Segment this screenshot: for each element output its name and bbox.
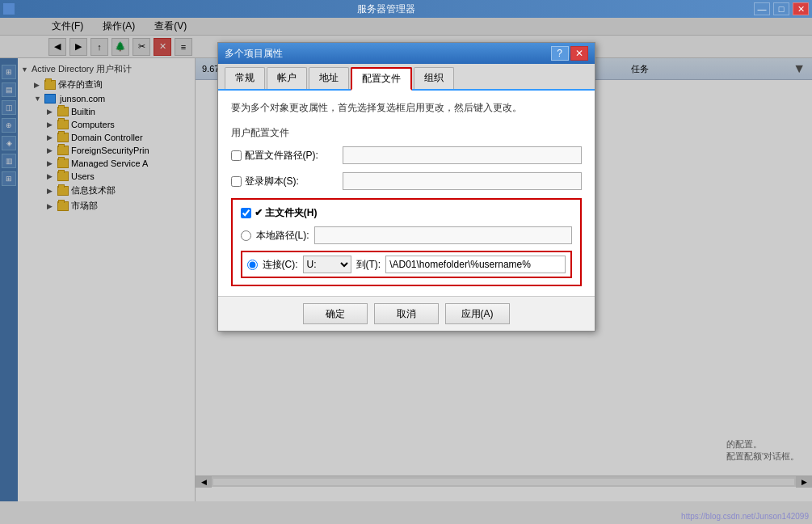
tab-bar: 常规 帐户 地址 配置文件 组织: [218, 64, 595, 91]
minimize-button[interactable]: —: [754, 2, 770, 15]
home-folder-section: ✔ 主文件夹(H) 本地路径(L): 连接(C): U:: [231, 198, 582, 286]
dialog-title-controls: ? ✕: [551, 46, 588, 61]
close-window-button[interactable]: ✕: [793, 2, 809, 15]
close-dialog-button[interactable]: ✕: [570, 46, 588, 61]
local-path-row: 本地路径(L):: [241, 226, 572, 244]
help-button[interactable]: ?: [551, 46, 569, 61]
watermark: https://blog.csdn.net/Junson142099: [681, 512, 809, 521]
app-icon: [3, 3, 15, 15]
connect-label: 连接(C):: [263, 258, 298, 272]
maximize-button[interactable]: □: [773, 2, 789, 15]
main-window: 文件(F) 操作(A) 查看(V) ◀ ▶ ↑ 🌲 ✂ ✕ ≡ ⊞ ▤ ◫ ⊕ …: [0, 18, 812, 524]
dialog-instruction: 要为多个对象更改属性，首先选择复选框启用更改，然后键入更改。: [231, 100, 582, 115]
local-path-radio[interactable]: [241, 230, 251, 241]
logon-script-input[interactable]: [343, 172, 582, 190]
logon-script-row: 登录脚本(S):: [231, 172, 582, 190]
tab-organization[interactable]: 组织: [414, 67, 454, 89]
profile-path-checkbox[interactable]: [231, 150, 242, 161]
home-folder-checkbox[interactable]: [241, 208, 251, 218]
connect-row: 连接(C): U: V: W: X: Y: Z: 到(T):: [241, 251, 572, 278]
path-input[interactable]: [385, 256, 565, 273]
properties-dialog: 多个项目属性 ? ✕ 常规 帐户 地址 配置文件 组织 要为多个对象更改属性，首…: [217, 42, 595, 332]
cancel-button[interactable]: 取消: [374, 303, 439, 324]
tab-address[interactable]: 地址: [309, 67, 349, 89]
profile-path-input[interactable]: [343, 146, 582, 164]
profile-section-title: 用户配置文件: [231, 126, 582, 140]
home-folder-title: ✔ 主文件夹(H): [241, 206, 572, 220]
tab-account[interactable]: 帐户: [267, 67, 307, 89]
drive-select[interactable]: U: V: W: X: Y: Z:: [303, 256, 351, 273]
dialog-title-bar: 多个项目属性 ? ✕: [218, 43, 595, 64]
connect-radio[interactable]: [247, 260, 258, 270]
tab-general[interactable]: 常规: [225, 67, 265, 89]
main-window-title: 服务器管理器: [21, 2, 751, 16]
apply-button[interactable]: 应用(A): [445, 303, 510, 324]
ok-button[interactable]: 确定: [303, 303, 368, 324]
dialog-content: 要为多个对象更改属性，首先选择复选框启用更改，然后键入更改。 用户配置文件 配置…: [218, 91, 595, 296]
to-label: 到(T):: [356, 258, 381, 272]
dialog-footer: 确定 取消 应用(A): [218, 296, 595, 331]
main-title-bar: 服务器管理器 — □ ✕: [0, 0, 812, 18]
dialog-title: 多个项目属性: [225, 47, 283, 61]
local-path-label: 本地路径(L):: [256, 229, 309, 243]
logon-script-label: 登录脚本(S):: [231, 175, 336, 188]
profile-path-label: 配置文件路径(P):: [231, 149, 336, 163]
dialog-overlay: 多个项目属性 ? ✕ 常规 帐户 地址 配置文件 组织 要为多个对象更改属性，首…: [0, 18, 812, 524]
profile-path-row: 配置文件路径(P):: [231, 146, 582, 164]
logon-script-checkbox[interactable]: [231, 176, 242, 187]
local-path-input[interactable]: [314, 226, 572, 244]
tab-profile[interactable]: 配置文件: [351, 67, 412, 91]
